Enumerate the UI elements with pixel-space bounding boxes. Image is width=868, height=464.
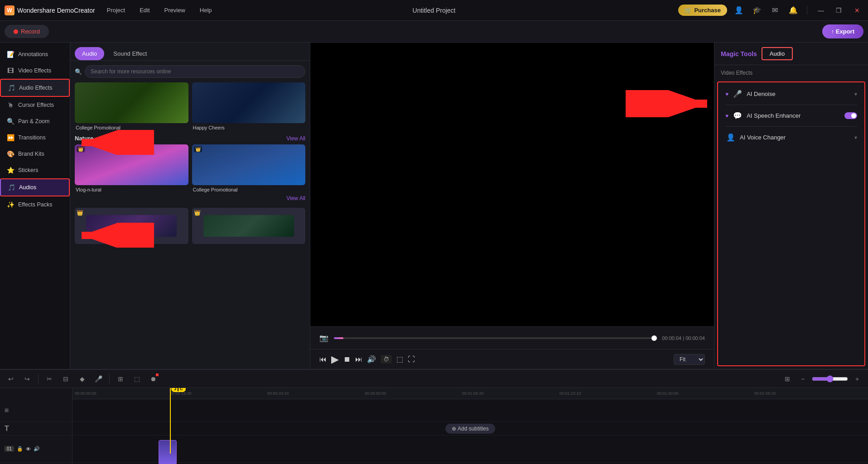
record-button[interactable]: Record: [5, 25, 49, 38]
eye-icon[interactable]: 👁: [26, 446, 31, 452]
timeline-left-panel: ⊞ T 01 🔒 👁 🔊: [0, 388, 72, 464]
voice-changer-expand-icon[interactable]: ▾: [854, 134, 857, 141]
audio-tab-button[interactable]: Audio: [762, 47, 793, 60]
minimize-button[interactable]: —: [815, 4, 827, 17]
nav-project[interactable]: Project: [104, 5, 128, 15]
search-input[interactable]: [85, 65, 305, 78]
record-tl-button[interactable]: ⏺: [147, 373, 159, 385]
sidebar: 📝 Annotations 🎞 Video Effects 🎵 Audio Ef…: [0, 43, 70, 369]
list-item[interactable]: College Promotional: [75, 82, 188, 130]
denoise-expand-icon[interactable]: ▾: [854, 91, 857, 97]
ruler-mark-6: 00:01:40:00: [657, 391, 679, 396]
trim-button[interactable]: ✂: [43, 373, 56, 385]
happy-cheers-thumb[interactable]: [192, 82, 306, 123]
nav-preview[interactable]: Preview: [162, 5, 188, 15]
undo-button[interactable]: ↩: [5, 373, 17, 385]
screenshot-icon[interactable]: 📷: [319, 334, 328, 342]
nature-section-header: Nature View All: [75, 130, 305, 144]
media-content: College Promotional Happy Cheers Nature …: [70, 82, 310, 369]
crown-icon-bottom-2: 👑: [194, 210, 201, 216]
college-promotional-thumb[interactable]: [75, 82, 188, 123]
user-icon[interactable]: 👤: [733, 4, 745, 17]
voice-changer-label: AI Voice Changer: [740, 134, 851, 141]
marker-button[interactable]: ◆: [76, 373, 88, 385]
nav-help[interactable]: Help: [197, 5, 215, 15]
ruler-mark-4: 00:01:06:20: [462, 391, 484, 396]
mail-icon[interactable]: ✉: [769, 4, 781, 17]
audio-clip[interactable]: [159, 440, 177, 464]
purchase-button[interactable]: 🛒 Purchase: [678, 5, 727, 16]
sidebar-item-annotations[interactable]: 📝 Annotations: [0, 46, 70, 62]
play-icon[interactable]: ▶: [331, 354, 339, 365]
zoom-slider[interactable]: [812, 375, 848, 383]
export-button[interactable]: ↑ Export: [822, 24, 863, 38]
mic-button[interactable]: 🎤: [92, 373, 105, 385]
sidebar-item-video-effects[interactable]: 🎞 Video Effects: [0, 62, 70, 79]
list-item[interactable]: 👑 Vlog-n-tural: [75, 144, 188, 192]
pip-button[interactable]: ⊞: [114, 373, 127, 385]
grid-view-button[interactable]: ⊞: [781, 373, 794, 385]
sidebar-label-video-effects: Video Effects: [18, 67, 51, 74]
stop-icon[interactable]: ⏹: [343, 355, 351, 364]
list-item[interactable]: 👑: [192, 208, 306, 244]
timeline-body: ⊞ T 01 🔒 👁 🔊 00:00:00:00 00:00:16:20 00:…: [0, 388, 868, 464]
sidebar-item-brand-kits[interactable]: 🎨 Brand Kits: [0, 146, 70, 162]
list-item[interactable]: Happy Cheers: [192, 82, 306, 130]
effect-row-speech-enhancer[interactable]: ♥ 💬 AI Speech Enhancer: [723, 107, 860, 124]
effect-row-voice-changer[interactable]: 👤 AI Voice Changer ▾: [723, 129, 860, 146]
college-promotional-nature-thumb[interactable]: [192, 144, 306, 185]
search-icon: 🔍: [75, 68, 82, 75]
tab-sound-effect[interactable]: Sound Effect: [106, 47, 154, 60]
topbar: W Wondershare DemoCreator Project Edit P…: [0, 0, 868, 21]
lock-icon[interactable]: 🔒: [17, 446, 23, 452]
fast-forward-icon[interactable]: ⏭: [355, 355, 362, 364]
subtitle-button[interactable]: ⬚: [130, 373, 143, 385]
graduate-icon[interactable]: 🎓: [751, 4, 763, 17]
audio-track-icon[interactable]: 🔊: [34, 446, 40, 452]
app-logo: W Wondershare DemoCreator: [5, 5, 95, 15]
vlog-thumb[interactable]: [75, 144, 188, 185]
sidebar-item-cursor-effects[interactable]: 🖱 Cursor Effects: [0, 97, 70, 113]
zoom-in-button[interactable]: +: [851, 373, 863, 385]
maximize-button[interactable]: ❐: [833, 4, 845, 17]
nature-view-all[interactable]: View All: [286, 135, 305, 142]
close-button[interactable]: ✕: [851, 4, 863, 17]
redo-button[interactable]: ↪: [21, 373, 34, 385]
zoom-out-button[interactable]: −: [796, 373, 809, 385]
view-all-row: View All: [75, 192, 305, 204]
list-item[interactable]: 👑 College Promotional: [192, 144, 306, 192]
fit-select[interactable]: Fit 100% 75% 50%: [674, 354, 705, 365]
fullscreen-icon[interactable]: ⛶: [408, 355, 415, 364]
time-display: 00:00:04 | 00:00:04: [662, 335, 705, 341]
sidebar-item-effects-packs[interactable]: ✨ Effects Packs: [0, 196, 70, 213]
view-all-button[interactable]: View All: [286, 195, 305, 201]
progress-bar[interactable]: [334, 337, 656, 339]
sidebar-item-transitions[interactable]: ⏩ Transitions: [0, 129, 70, 146]
sidebar-item-stickers[interactable]: ⭐ Stickers: [0, 162, 70, 178]
stickers-icon: ⭐: [6, 167, 14, 174]
nav-edit[interactable]: Edit: [137, 5, 152, 15]
add-track-icon[interactable]: ⊞: [5, 407, 9, 413]
sidebar-item-audios[interactable]: 🎵 Audios: [0, 178, 70, 196]
tl-right-controls: ⊞ − +: [781, 373, 863, 385]
sidebar-label-pan-zoom: Pan & Zoom: [18, 118, 49, 124]
crop-icon[interactable]: ⬚: [396, 355, 403, 364]
list-item[interactable]: 👑: [75, 208, 188, 244]
volume-icon[interactable]: 🔊: [367, 355, 376, 364]
split-button[interactable]: ⊟: [59, 373, 72, 385]
tab-audio[interactable]: Audio: [75, 47, 104, 60]
rewind-icon[interactable]: ⏮: [319, 355, 327, 364]
speech-enhancer-toggle[interactable]: [844, 112, 857, 119]
ruler-mark-0: 00:00:00:00: [75, 391, 96, 396]
bell-icon[interactable]: 🔔: [787, 4, 800, 17]
playhead-indicator: J❙C: [171, 388, 186, 392]
audios-icon: 🎵: [7, 184, 15, 191]
timeline-tracks: J❙C ⊕ Add subtitles: [72, 399, 868, 464]
effect-row-ai-denoise[interactable]: ♥ 🎤 AI Denoise ▾: [723, 85, 860, 103]
nav-menu: Project Edit Preview Help: [104, 5, 215, 15]
sidebar-item-audio-effects[interactable]: 🎵 Audio Effects: [0, 79, 70, 97]
sidebar-item-pan-zoom[interactable]: 🔍 Pan & Zoom: [0, 113, 70, 129]
speed-icon[interactable]: ⏱: [381, 355, 392, 364]
magic-tools-label[interactable]: Magic Tools: [721, 50, 757, 57]
add-subtitles-button[interactable]: ⊕ Add subtitles: [445, 424, 495, 434]
